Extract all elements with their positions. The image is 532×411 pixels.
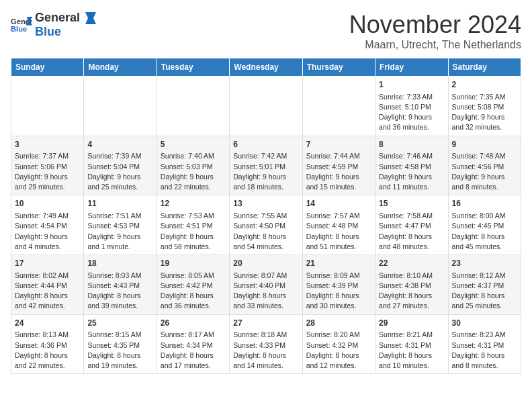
day-number: 27: [233, 318, 298, 329]
logo: General Blue General Blue: [11, 11, 96, 39]
calendar-week-4: 17Sunrise: 8:02 AM Sunset: 4:44 PM Dayli…: [11, 255, 521, 315]
day-info: Sunrise: 7:55 AM Sunset: 4:50 PM Dayligh…: [233, 211, 298, 252]
calendar-cell: 12Sunrise: 7:53 AM Sunset: 4:51 PM Dayli…: [157, 195, 229, 255]
day-info: Sunrise: 7:53 AM Sunset: 4:51 PM Dayligh…: [161, 211, 226, 252]
day-info: Sunrise: 8:20 AM Sunset: 4:32 PM Dayligh…: [306, 330, 371, 371]
day-info: Sunrise: 7:44 AM Sunset: 4:59 PM Dayligh…: [306, 151, 371, 192]
day-info: Sunrise: 7:57 AM Sunset: 4:48 PM Dayligh…: [306, 211, 371, 252]
day-number: 10: [15, 198, 80, 210]
day-info: Sunrise: 7:48 AM Sunset: 4:56 PM Dayligh…: [452, 151, 517, 192]
day-number: 4: [87, 139, 152, 150]
calendar-cell: 17Sunrise: 8:02 AM Sunset: 4:44 PM Dayli…: [11, 255, 84, 315]
day-number: 16: [452, 198, 517, 210]
calendar-cell: 3Sunrise: 7:37 AM Sunset: 5:06 PM Daylig…: [11, 136, 84, 195]
calendar-cell: 21Sunrise: 8:09 AM Sunset: 4:39 PM Dayli…: [302, 255, 375, 315]
day-info: Sunrise: 8:05 AM Sunset: 4:42 PM Dayligh…: [161, 271, 226, 312]
day-info: Sunrise: 8:10 AM Sunset: 4:38 PM Dayligh…: [379, 271, 444, 312]
column-header-tuesday: Tuesday: [157, 58, 229, 77]
calendar-cell: [157, 77, 229, 136]
day-number: 18: [87, 258, 152, 269]
calendar-cell: 5Sunrise: 7:40 AM Sunset: 5:03 PM Daylig…: [157, 136, 229, 195]
calendar-cell: 23Sunrise: 8:12 AM Sunset: 4:37 PM Dayli…: [448, 255, 521, 315]
calendar-cell: [11, 77, 84, 136]
day-info: Sunrise: 8:17 AM Sunset: 4:34 PM Dayligh…: [161, 330, 226, 371]
calendar-table: SundayMondayTuesdayWednesdayThursdayFrid…: [11, 58, 521, 374]
calendar-cell: 22Sunrise: 8:10 AM Sunset: 4:38 PM Dayli…: [375, 255, 448, 315]
day-number: 25: [87, 318, 152, 329]
column-header-sunday: Sunday: [11, 58, 84, 77]
calendar-cell: 7Sunrise: 7:44 AM Sunset: 4:59 PM Daylig…: [302, 136, 375, 195]
calendar-cell: 24Sunrise: 8:13 AM Sunset: 4:36 PM Dayli…: [11, 314, 84, 374]
day-number: 22: [379, 258, 444, 269]
day-info: Sunrise: 7:58 AM Sunset: 4:47 PM Dayligh…: [379, 211, 444, 252]
day-number: 7: [306, 139, 371, 150]
day-number: 20: [233, 258, 298, 269]
day-number: 9: [452, 139, 517, 150]
logo-blue-text: Blue: [35, 25, 61, 38]
day-number: 17: [15, 258, 80, 269]
day-info: Sunrise: 8:12 AM Sunset: 4:37 PM Dayligh…: [452, 271, 517, 312]
calendar-cell: [84, 77, 157, 136]
calendar-cell: 27Sunrise: 8:18 AM Sunset: 4:33 PM Dayli…: [230, 314, 302, 374]
day-number: 28: [306, 318, 371, 329]
day-info: Sunrise: 7:46 AM Sunset: 4:58 PM Dayligh…: [379, 151, 444, 192]
calendar-cell: 11Sunrise: 7:51 AM Sunset: 4:53 PM Dayli…: [84, 195, 157, 255]
day-number: 14: [306, 198, 371, 210]
month-title: November 2024: [349, 11, 521, 39]
calendar-cell: 26Sunrise: 8:17 AM Sunset: 4:34 PM Dayli…: [157, 314, 229, 374]
calendar-cell: [230, 77, 302, 136]
day-number: 15: [379, 198, 444, 210]
calendar-header-row: SundayMondayTuesdayWednesdayThursdayFrid…: [11, 58, 521, 77]
day-number: 23: [452, 258, 517, 269]
day-number: 24: [15, 318, 80, 329]
calendar-cell: 4Sunrise: 7:39 AM Sunset: 5:04 PM Daylig…: [84, 136, 157, 195]
day-number: 2: [452, 79, 517, 91]
day-info: Sunrise: 7:51 AM Sunset: 4:53 PM Dayligh…: [87, 211, 152, 252]
day-info: Sunrise: 8:03 AM Sunset: 4:43 PM Dayligh…: [87, 271, 152, 312]
day-info: Sunrise: 7:42 AM Sunset: 5:01 PM Dayligh…: [233, 151, 298, 192]
day-info: Sunrise: 8:13 AM Sunset: 4:36 PM Dayligh…: [15, 330, 80, 371]
day-number: 11: [87, 198, 152, 210]
column-header-monday: Monday: [84, 58, 157, 77]
logo-arrow-icon: [81, 12, 96, 24]
day-number: 30: [452, 318, 517, 329]
calendar-week-1: 1Sunrise: 7:33 AM Sunset: 5:10 PM Daylig…: [11, 77, 521, 136]
day-info: Sunrise: 7:33 AM Sunset: 5:10 PM Dayligh…: [379, 92, 444, 133]
calendar-cell: 19Sunrise: 8:05 AM Sunset: 4:42 PM Dayli…: [157, 255, 229, 315]
logo-general-text: General: [35, 11, 80, 25]
calendar-cell: 15Sunrise: 7:58 AM Sunset: 4:47 PM Dayli…: [375, 195, 448, 255]
day-number: 6: [233, 139, 298, 150]
day-number: 3: [15, 139, 80, 150]
calendar-cell: 20Sunrise: 8:07 AM Sunset: 4:40 PM Dayli…: [230, 255, 302, 315]
calendar-week-5: 24Sunrise: 8:13 AM Sunset: 4:36 PM Dayli…: [11, 314, 521, 374]
day-number: 26: [161, 318, 226, 329]
day-number: 29: [379, 318, 444, 329]
calendar-cell: 2Sunrise: 7:35 AM Sunset: 5:08 PM Daylig…: [448, 77, 521, 136]
calendar-cell: 8Sunrise: 7:46 AM Sunset: 4:58 PM Daylig…: [375, 136, 448, 195]
day-number: 19: [161, 258, 226, 269]
day-number: 1: [379, 79, 444, 91]
column-header-thursday: Thursday: [302, 58, 375, 77]
column-header-wednesday: Wednesday: [230, 58, 302, 77]
day-number: 21: [306, 258, 371, 269]
calendar-cell: 9Sunrise: 7:48 AM Sunset: 4:56 PM Daylig…: [448, 136, 521, 195]
day-info: Sunrise: 8:18 AM Sunset: 4:33 PM Dayligh…: [233, 330, 298, 371]
calendar-cell: 16Sunrise: 8:00 AM Sunset: 4:45 PM Dayli…: [448, 195, 521, 255]
page-header: General Blue General Blue November 2024 …: [11, 11, 521, 51]
day-info: Sunrise: 8:02 AM Sunset: 4:44 PM Dayligh…: [15, 271, 80, 312]
calendar-cell: 18Sunrise: 8:03 AM Sunset: 4:43 PM Dayli…: [84, 255, 157, 315]
calendar-cell: 1Sunrise: 7:33 AM Sunset: 5:10 PM Daylig…: [375, 77, 448, 136]
location-subtitle: Maarn, Utrecht, The Netherlands: [349, 39, 521, 51]
logo-icon: General Blue: [11, 15, 32, 34]
calendar-cell: 6Sunrise: 7:42 AM Sunset: 5:01 PM Daylig…: [230, 136, 302, 195]
day-info: Sunrise: 7:39 AM Sunset: 5:04 PM Dayligh…: [87, 151, 152, 192]
day-info: Sunrise: 7:37 AM Sunset: 5:06 PM Dayligh…: [15, 151, 80, 192]
calendar-cell: [302, 77, 375, 136]
calendar-cell: 30Sunrise: 8:23 AM Sunset: 4:31 PM Dayli…: [448, 314, 521, 374]
column-header-saturday: Saturday: [448, 58, 521, 77]
calendar-cell: 28Sunrise: 8:20 AM Sunset: 4:32 PM Dayli…: [302, 314, 375, 374]
calendar-week-3: 10Sunrise: 7:49 AM Sunset: 4:54 PM Dayli…: [11, 195, 521, 255]
day-number: 12: [161, 198, 226, 210]
day-info: Sunrise: 8:00 AM Sunset: 4:45 PM Dayligh…: [452, 211, 517, 252]
day-info: Sunrise: 8:23 AM Sunset: 4:31 PM Dayligh…: [452, 330, 517, 371]
